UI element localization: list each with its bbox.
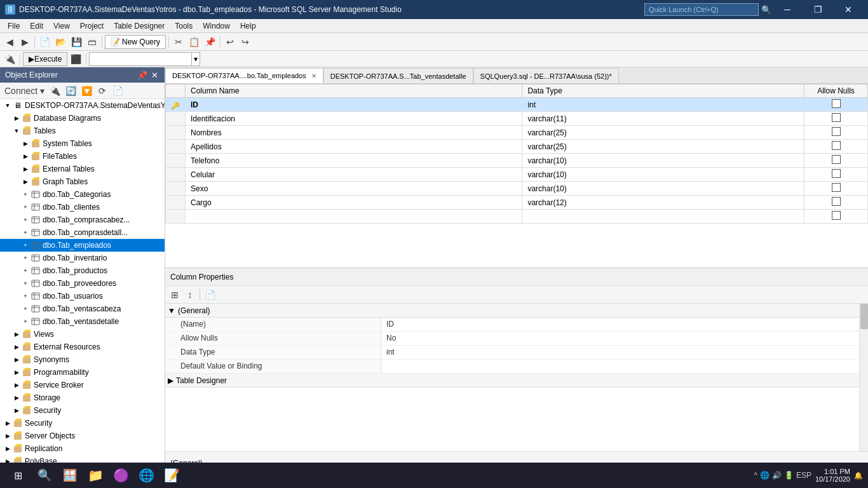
- forward-button[interactable]: ▶: [18, 35, 32, 49]
- restore-button[interactable]: ❐: [803, 0, 832, 19]
- chrome-icon[interactable]: 🌐: [135, 464, 158, 487]
- expander-1[interactable]: ▶: [11, 115, 22, 121]
- tree-item-0[interactable]: ▼🖥DESKTOP-OR737AA.SistemaDeVentasYotros: [0, 99, 165, 112]
- redo-button[interactable]: ↪: [238, 35, 252, 49]
- oe-filter-button[interactable]: 🔽: [79, 84, 94, 98]
- oe-sync-button[interactable]: ⟳: [95, 84, 109, 98]
- expander-17[interactable]: +: [20, 318, 31, 325]
- col-name-cell-6[interactable]: Sexo: [186, 182, 522, 196]
- allow-null-cell-6[interactable]: [804, 182, 868, 196]
- visual-studio-icon[interactable]: 🟣: [109, 464, 132, 487]
- tree-item-9[interactable]: +dbo.Tab_comprascabez...: [0, 214, 165, 226]
- database-dropdown-arrow[interactable]: ▾: [191, 53, 200, 65]
- close-button[interactable]: ✕: [834, 0, 863, 19]
- expander-27[interactable]: ▶: [3, 445, 13, 452]
- col-name-cell-8[interactable]: [186, 210, 522, 224]
- data-type-cell-0[interactable]: int: [522, 98, 804, 112]
- allow-null-checkbox-8[interactable]: [832, 211, 841, 220]
- tree-item-20[interactable]: ▶Synonyms: [0, 353, 165, 366]
- expander-0[interactable]: ▼: [3, 102, 13, 109]
- expander-20[interactable]: ▶: [11, 356, 22, 363]
- tree-item-19[interactable]: ▶External Resources: [0, 341, 165, 353]
- menu-item-project[interactable]: Project: [75, 20, 109, 32]
- allow-null-cell-5[interactable]: [804, 168, 868, 182]
- allow-null-checkbox-0[interactable]: [832, 99, 841, 108]
- data-type-cell-4[interactable]: varchar(10): [522, 154, 804, 168]
- oe-new-query-button[interactable]: 📄: [111, 84, 125, 98]
- data-type-cell-8[interactable]: [522, 210, 804, 224]
- allow-null-checkbox-7[interactable]: [832, 197, 841, 206]
- prop-sort-button[interactable]: ↕: [183, 288, 197, 302]
- cut-button[interactable]: ✂: [172, 35, 186, 49]
- volume-icon[interactable]: 🔊: [772, 471, 782, 480]
- col-name-cell-4[interactable]: Telefono: [186, 154, 522, 168]
- expander-24[interactable]: ▶: [11, 407, 22, 414]
- tree-item-23[interactable]: ▶Storage: [0, 391, 165, 404]
- back-button[interactable]: ◀: [3, 35, 17, 49]
- data-type-cell-1[interactable]: varchar(11): [522, 112, 804, 126]
- paste-button[interactable]: 📌: [203, 35, 217, 49]
- tab-tab3[interactable]: SQLQuery3.sql - DE...R737AA\susa (52))*: [473, 68, 619, 83]
- tab-close-0[interactable]: ✕: [311, 72, 316, 79]
- expander-13[interactable]: +: [20, 268, 31, 274]
- search-taskbar-icon[interactable]: 🔍: [33, 464, 56, 487]
- save-button[interactable]: 💾: [69, 35, 84, 49]
- allow-null-cell-2[interactable]: [804, 126, 868, 140]
- expander-6[interactable]: ▶: [20, 179, 31, 185]
- copy-button[interactable]: 📋: [187, 35, 201, 49]
- expander-3[interactable]: ▶: [20, 140, 31, 147]
- allow-null-checkbox-1[interactable]: [832, 113, 841, 122]
- connect-button[interactable]: 🔌: [3, 52, 17, 66]
- allow-null-checkbox-3[interactable]: [832, 141, 841, 150]
- menu-item-help[interactable]: Help: [235, 20, 261, 32]
- tree-item-3[interactable]: ▶System Tables: [0, 137, 165, 150]
- undo-button[interactable]: ↩: [223, 35, 237, 49]
- expander-12[interactable]: +: [20, 255, 31, 261]
- tree-item-12[interactable]: +dbo.Tab_inventario: [0, 252, 165, 264]
- tree-item-11[interactable]: +dbo.Tab_empleados: [0, 239, 165, 252]
- col-name-cell-2[interactable]: Nombres: [186, 126, 522, 140]
- execute-button[interactable]: ▶ Execute: [23, 52, 67, 66]
- save-all-button[interactable]: 🗃: [85, 35, 99, 49]
- col-name-cell-0[interactable]: ID: [186, 98, 522, 112]
- tree-item-18[interactable]: ▶Views: [0, 328, 165, 341]
- data-type-cell-3[interactable]: varchar(25): [522, 140, 804, 154]
- network-icon[interactable]: 🌐: [760, 471, 770, 480]
- tab-tab2[interactable]: DESKTOP-OR737AA.S...Tab_ventasdetalle: [323, 68, 473, 83]
- expander-16[interactable]: +: [20, 306, 31, 312]
- tab-tab1[interactable]: DESKTOP-OR737AA....bo.Tab_empleados✕: [165, 68, 323, 83]
- allow-null-checkbox-5[interactable]: [832, 169, 841, 178]
- grid-row-0[interactable]: 🔑IDint: [166, 98, 868, 112]
- allow-null-cell-4[interactable]: [804, 154, 868, 168]
- new-query-button[interactable]: 📝 New Query: [105, 35, 166, 49]
- oe-pin-button[interactable]: 📌: [136, 71, 149, 80]
- oe-disconnect-button[interactable]: 🔌: [48, 84, 62, 98]
- expander-7[interactable]: +: [20, 191, 31, 198]
- tree-item-2[interactable]: ▼Tables: [0, 125, 165, 137]
- col-name-cell-1[interactable]: Identificacion: [186, 112, 522, 126]
- task-view-icon[interactable]: 🪟: [58, 464, 81, 487]
- grid-row-1[interactable]: Identificacionvarchar(11): [166, 112, 868, 126]
- grid-row-4[interactable]: Telefonovarchar(10): [166, 154, 868, 168]
- expander-19[interactable]: ▶: [11, 344, 22, 350]
- tree-item-15[interactable]: +dbo.Tab_usuarios: [0, 290, 165, 302]
- allow-null-cell-7[interactable]: [804, 196, 868, 210]
- expander-9[interactable]: +: [20, 217, 31, 223]
- grid-row-5[interactable]: Celularvarchar(10): [166, 168, 868, 182]
- expander-15[interactable]: +: [20, 293, 31, 299]
- allow-null-checkbox-6[interactable]: [832, 183, 841, 192]
- prop-scrollbar[interactable]: [859, 304, 868, 451]
- prop-value-0-1[interactable]: No: [381, 332, 859, 345]
- grid-row-6[interactable]: Sexovarchar(10): [166, 182, 868, 196]
- expander-2[interactable]: ▼: [11, 128, 22, 134]
- expander-8[interactable]: +: [20, 204, 31, 210]
- chevron-up-icon[interactable]: ^: [754, 471, 757, 480]
- col-name-cell-3[interactable]: Apellidos: [186, 140, 522, 154]
- expander-11[interactable]: +: [20, 242, 31, 248]
- menu-item-file[interactable]: File: [3, 20, 25, 32]
- tree-item-21[interactable]: ▶Programmability: [0, 366, 165, 379]
- tree-item-22[interactable]: ▶Service Broker: [0, 379, 165, 391]
- quick-launch-search-icon[interactable]: 🔍: [761, 5, 771, 15]
- prop-pages-button[interactable]: 📄: [203, 288, 217, 302]
- menu-item-table-designer[interactable]: Table Designer: [109, 20, 170, 32]
